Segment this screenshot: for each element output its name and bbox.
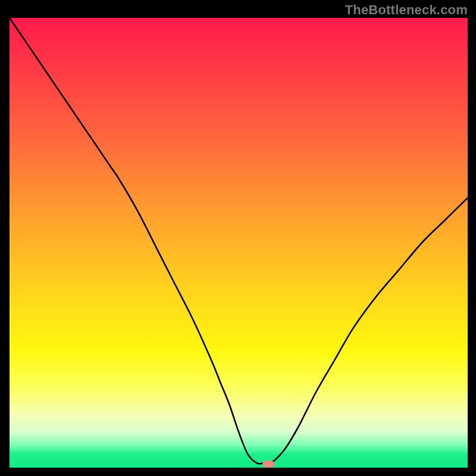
minimum-marker-icon bbox=[262, 461, 274, 468]
chart-container: TheBottleneck.com bbox=[0, 0, 476, 476]
curve-path bbox=[10, 18, 468, 464]
bottleneck-curve bbox=[10, 18, 468, 468]
watermark-text: TheBottleneck.com bbox=[345, 2, 468, 18]
plot-area bbox=[10, 18, 468, 468]
